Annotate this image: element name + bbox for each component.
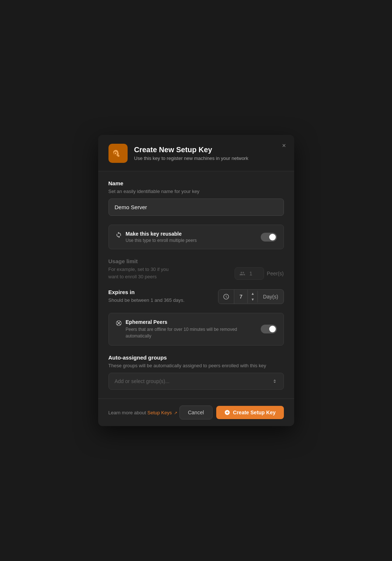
usage-number-input[interactable] <box>248 271 259 276</box>
name-input[interactable] <box>108 199 284 216</box>
ephemeral-card: Ephemeral Peers Peers that are offline f… <box>108 313 284 346</box>
usage-input-group <box>235 267 264 280</box>
name-label: Name <box>108 180 284 186</box>
cancel-button[interactable]: Cancel <box>179 405 213 419</box>
expires-input-group: 7 ▲ ▼ Day(s) <box>218 289 284 304</box>
key-icon <box>113 148 123 158</box>
create-setup-key-modal: Create New Setup Key Use this key to reg… <box>98 135 294 426</box>
chevron-updown-icon <box>272 378 278 384</box>
modal-title: Create New Setup Key <box>134 146 249 154</box>
groups-description: These groups will be automatically assig… <box>108 362 284 369</box>
setup-keys-link[interactable]: Setup Keys ↗ <box>147 410 177 415</box>
name-section: Name Set an easily identifiable name for… <box>108 180 284 216</box>
groups-select[interactable]: Add or select group(s)... <box>108 373 284 390</box>
expires-description: Should be between 1 and 365 days. <box>108 297 185 304</box>
peers-icon <box>239 271 245 276</box>
modal-subtitle: Use this key to register new machines in… <box>134 156 249 161</box>
modal-body: Name Set an easily identifiable name for… <box>98 171 294 399</box>
reusable-icon <box>115 232 122 238</box>
header-text: Create New Setup Key Use this key to reg… <box>134 146 249 161</box>
close-button[interactable]: × <box>281 141 288 150</box>
expires-section: Expires in Should be between 1 and 365 d… <box>108 289 284 304</box>
reusable-card: Make this key reusable Use this type to … <box>108 225 284 249</box>
groups-placeholder: Add or select group(s)... <box>115 378 170 384</box>
ephemeral-icon <box>115 320 122 326</box>
create-button-label: Create Setup Key <box>233 410 276 415</box>
modal-header: Create New Setup Key Use this key to reg… <box>98 135 294 171</box>
reusable-title: Make this key reusable <box>126 231 197 237</box>
create-button[interactable]: Create Setup Key <box>216 406 284 419</box>
reusable-desc: Use this type to enroll multiple peers <box>126 238 197 243</box>
ephemeral-toggle[interactable] <box>261 325 277 333</box>
name-description: Set an easily identifiable name for your… <box>108 188 284 195</box>
modal-footer: Learn more about Setup Keys ↗ Cancel Cre… <box>98 399 294 426</box>
learn-more-text: Learn more about Setup Keys ↗ <box>108 410 177 415</box>
reusable-toggle[interactable] <box>261 233 277 242</box>
expires-increment[interactable]: ▲ <box>248 291 257 297</box>
usage-label: Usage limit <box>108 258 284 264</box>
ephemeral-title: Ephemeral Peers <box>126 319 261 325</box>
expires-stepper: ▲ ▼ <box>248 291 258 303</box>
usage-unit: Peer(s) <box>267 271 284 276</box>
expires-label: Expires in <box>108 289 185 295</box>
usage-section: Usage limit For example, set to 30 if yo… <box>108 258 284 280</box>
usage-description: For example, set to 30 if youwant to enr… <box>108 266 169 280</box>
clock-icon <box>223 293 229 300</box>
groups-section: Auto-assigned groups These groups will b… <box>108 354 284 390</box>
expires-decrement[interactable]: ▼ <box>248 297 257 303</box>
groups-label: Auto-assigned groups <box>108 354 284 361</box>
key-icon-container <box>108 144 128 163</box>
plus-circle-icon <box>224 410 230 415</box>
expires-unit: Day(s) <box>258 290 283 303</box>
external-link-icon: ↗ <box>174 411 177 415</box>
expires-value: 7 <box>234 290 248 303</box>
ephemeral-desc: Peers that are offline for over 10 minut… <box>126 326 261 339</box>
footer-actions: Cancel Create Setup Key <box>179 405 284 419</box>
